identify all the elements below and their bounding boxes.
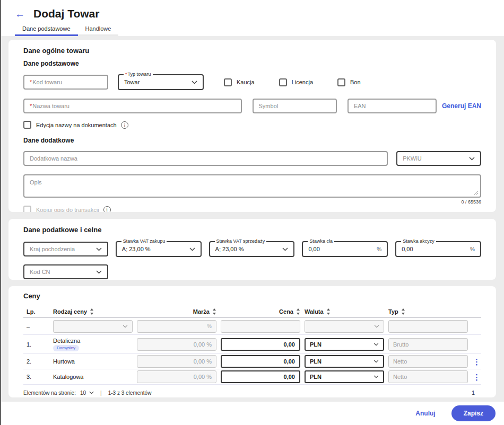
symbol-input[interactable]: Symbol: [253, 99, 337, 113]
info-icon[interactable]: i: [121, 121, 128, 129]
waluta-select[interactable]: PLN: [305, 370, 384, 383]
page-title: Dodaj Towar: [33, 7, 99, 20]
checkbox-kaucja-label: Kaucja: [237, 79, 255, 85]
subsection-dane-dodatkowe: Dane dodatkowe: [23, 137, 481, 144]
nazwa-towaru-placeholder: Nazwa towaru: [32, 103, 69, 109]
section-dane-ogolne: Dane ogólne towaru Dane podstawowe *Kod …: [8, 40, 496, 212]
checkbox-edycja-nazwy[interactable]: Edycja nazwy na dokumentach: [23, 121, 117, 129]
chevron-down-icon: [469, 157, 475, 161]
row-menu-icon[interactable]: ⋮: [472, 358, 481, 366]
typ-input: Netto: [388, 355, 468, 368]
new-waluta-select: [305, 320, 384, 333]
price-new-row: – %: [23, 318, 481, 335]
stawka-akcyzy-input[interactable]: Stawka akcyzy 0,00 %: [395, 241, 481, 257]
price-name: Detaliczna: [53, 338, 133, 344]
generuj-ean-link[interactable]: Generuj EAN: [442, 102, 481, 110]
nazwa-towaru-input[interactable]: *Nazwa towaru: [23, 99, 242, 113]
chevron-down-icon: [89, 391, 94, 394]
waluta-select[interactable]: PLN: [305, 338, 384, 351]
sort-icon[interactable]: [326, 308, 331, 315]
marza-input: 0,00 %: [137, 370, 216, 383]
cena-input[interactable]: 0,00: [221, 338, 300, 351]
ean-input[interactable]: EAN: [347, 99, 437, 113]
checkbox-kaucja[interactable]: Kaucja: [224, 78, 255, 86]
items-per-page-select[interactable]: 10: [80, 390, 94, 396]
ean-placeholder: EAN: [354, 103, 366, 109]
price-row-detaliczna: 1. Detaliczna Domyślny 0,00 % 0,00 PLN B…: [23, 335, 481, 354]
typ-input: Brutto: [388, 338, 468, 351]
items-per-page-label: Elementów na stronie:: [23, 390, 76, 396]
stawka-vat-sprzedazy-select[interactable]: Stawka VAT sprzedaży A; 23,00 %: [209, 241, 295, 257]
checkbox-kopiuj-opis: Kopiuj opis do transakcji: [23, 206, 99, 212]
cancel-button[interactable]: Anuluj: [415, 410, 435, 417]
stawka-vat-zakupu-value: A; 23,00 %: [122, 246, 151, 252]
sort-icon[interactable]: [401, 308, 405, 315]
pkwiu-select[interactable]: PKWiU: [396, 151, 481, 166]
chevron-down-icon: [192, 81, 197, 84]
marza-input: 0,00 %: [137, 355, 216, 368]
stawka-cla-input[interactable]: Stawka cła 0,00 %: [302, 241, 388, 257]
sort-icon[interactable]: [296, 308, 300, 315]
tab-handlowe[interactable]: Handlowe: [78, 24, 119, 36]
tab-bar: Dane podstawowe Handlowe: [15, 24, 504, 36]
kod-cn-placeholder: Kod CN: [30, 269, 50, 275]
chevron-down-icon: [282, 247, 288, 251]
col-marza[interactable]: Marża: [137, 308, 216, 315]
percent-suffix: %: [377, 246, 381, 252]
chevron-down-icon: [373, 375, 379, 378]
col-cena[interactable]: Cena: [221, 308, 300, 315]
tab-dane-podstawowe[interactable]: Dane podstawowe: [15, 24, 78, 36]
save-button[interactable]: Zapisz: [451, 405, 496, 421]
cena-input[interactable]: 0,00: [221, 355, 300, 368]
col-typ[interactable]: Typ: [388, 308, 468, 315]
current-page-number[interactable]: 1: [472, 389, 481, 396]
price-row-hurtowa: 2. Hurtowa 0,00 % 0,00 PLN Netto ⋮: [23, 354, 481, 369]
checkbox-licencja[interactable]: Licencja: [279, 78, 313, 86]
stawka-vat-sprzedazy-value: A; 23,00 %: [215, 246, 244, 252]
row-menu-icon[interactable]: ⋮: [472, 373, 481, 381]
row-index: –: [23, 323, 49, 330]
required-mark: *: [30, 79, 32, 85]
chevron-down-icon: [373, 360, 379, 363]
new-rodzaj-select: [53, 320, 133, 333]
col-waluta[interactable]: Waluta: [305, 308, 384, 315]
opis-char-counter: 0 / 65536: [23, 199, 481, 205]
checkbox-box-icon[interactable]: [279, 78, 287, 86]
sort-icon[interactable]: [90, 308, 94, 315]
dodatkowa-nazwa-input[interactable]: Dodatkowa nazwa: [23, 151, 388, 166]
sort-icon[interactable]: [212, 308, 216, 315]
kraj-pochodzenia-placeholder: Kraj pochodzenia: [30, 246, 75, 252]
checkbox-box-icon[interactable]: [337, 78, 345, 86]
info-icon[interactable]: i: [103, 206, 111, 212]
chevron-down-icon: [373, 343, 379, 346]
stawka-vat-sprzedazy-label: Stawka VAT sprzedaży: [216, 239, 265, 244]
prices-table-header: Lp. Rodzaj ceny Marża Cena Waluta Typ: [23, 305, 481, 318]
checkbox-box-icon[interactable]: [224, 78, 232, 86]
opis-textarea[interactable]: Opis: [23, 174, 481, 198]
section-dane-podatkowe: Dane podatkowe i celne Kraj pochodzenia …: [8, 219, 496, 280]
typ-input: Netto: [388, 370, 468, 383]
typ-towaru-label: Typ towaru: [128, 72, 151, 77]
required-mark: *: [125, 72, 127, 77]
stawka-vat-zakupu-select[interactable]: Stawka VAT zakupu A; 23,00 %: [116, 241, 202, 257]
checkbox-box-icon[interactable]: [23, 121, 31, 129]
marza-input: 0,00 %: [137, 338, 216, 351]
back-arrow-icon[interactable]: ←: [15, 9, 25, 19]
waluta-select[interactable]: PLN: [305, 355, 384, 368]
checkbox-bon[interactable]: Bon: [337, 78, 361, 86]
chevron-down-icon: [96, 247, 102, 251]
col-rodzaj-ceny[interactable]: Rodzaj ceny: [53, 308, 133, 315]
kraj-pochodzenia-select[interactable]: Kraj pochodzenia: [23, 242, 108, 256]
symbol-placeholder: Symbol: [259, 103, 279, 109]
checkbox-kopiuj-label: Kopiuj opis do transakcji: [36, 207, 99, 212]
kod-cn-select[interactable]: Kod CN: [23, 264, 108, 279]
checkbox-edycja-label: Edycja nazwy na dokumentach: [36, 122, 117, 128]
resize-handle-icon[interactable]: [474, 190, 479, 195]
cena-input[interactable]: 0,00: [221, 370, 300, 383]
chevron-down-icon: [96, 270, 102, 274]
section-ceny: Ceny Lp. Rodzaj ceny Marża Cena Waluta T…: [8, 286, 496, 397]
dodatkowa-nazwa-placeholder: Dodatkowa nazwa: [30, 155, 77, 162]
kod-towaru-input[interactable]: *Kod towaru: [23, 75, 108, 90]
typ-towaru-select[interactable]: *Typ towaru Towar: [118, 74, 204, 90]
chevron-down-icon: [189, 247, 195, 251]
